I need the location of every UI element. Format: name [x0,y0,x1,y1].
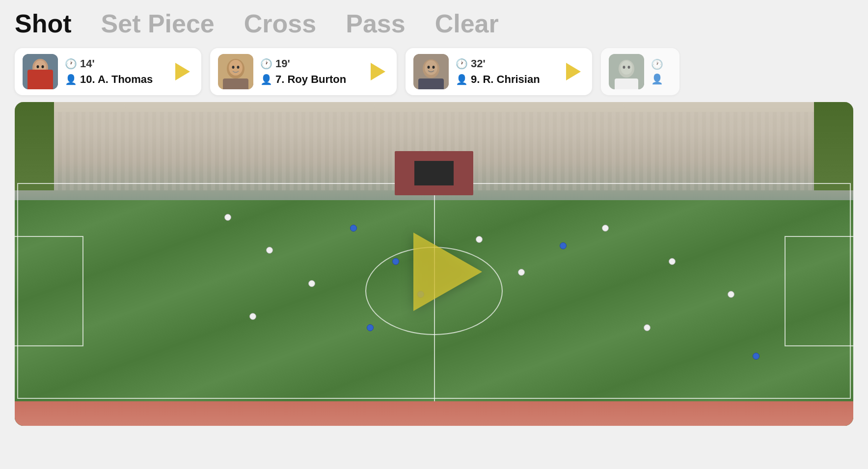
event-time-1: 🕐 14' [65,57,165,70]
play-overlay[interactable] [413,233,482,311]
person-icon-3: 👤 [456,74,468,85]
svg-point-3 [34,60,46,74]
nav-clear[interactable]: Clear [435,9,499,38]
svg-point-9 [232,66,235,69]
avatar-3 [413,54,449,89]
event-time-2: 🕐 19' [260,57,360,70]
nav-shot[interactable]: Shot [15,9,72,38]
svg-point-20 [621,61,632,75]
player-blue-4 [367,324,374,331]
nav-pass[interactable]: Pass [346,9,405,38]
nav-cross[interactable]: Cross [244,9,316,38]
player-name-3: 9. R. Chrisian [471,73,540,86]
svg-rect-2 [28,76,52,89]
event-type-nav: Shot Set Piece Cross Pass Clear [0,0,868,43]
svg-rect-23 [615,78,638,89]
svg-point-15 [428,66,430,69]
play-icon-1 [175,63,190,80]
trees-right [814,102,853,190]
svg-point-8 [229,60,243,76]
clock-icon-3: 🕐 [456,58,468,70]
player-white-8 [669,258,676,265]
player-name-1: 10. A. Thomas [80,73,153,86]
event-player-4: 👤 [651,73,672,85]
play-overlay-icon [413,233,482,311]
clock-icon-4: 🕐 [651,58,663,70]
player-blue-2 [392,258,399,265]
event-cards-row: 🕐 14' 👤 10. A. Thomas [0,43,868,102]
trees-left [15,102,54,190]
clock-icon-1: 🕐 [65,58,77,70]
svg-point-16 [433,66,435,69]
event-card-2[interactable]: 🕐 19' 👤 7. Roy Burton [210,48,397,95]
event-player-3: 👤 9. R. Chrisian [456,73,556,86]
avatar-1 [23,54,58,89]
building-window [414,161,454,185]
play-button-1[interactable] [172,61,193,82]
event-time-4: 🕐 [651,58,672,70]
event-info-4: 🕐 👤 [651,58,672,85]
time-value-2: 19' [275,57,290,70]
event-info-2: 🕐 19' 👤 7. Roy Burton [260,57,360,86]
person-icon-4: 👤 [651,73,663,85]
svg-point-10 [237,66,240,69]
svg-rect-11 [223,78,248,89]
player-white-7 [602,225,609,232]
svg-point-22 [628,66,630,69]
play-button-3[interactable] [563,61,584,82]
time-value-3: 32' [471,57,486,70]
player-white-10 [644,324,651,331]
player-white-9 [728,291,734,298]
event-player-1: 👤 10. A. Thomas [65,73,165,86]
player-name-2: 7. Roy Burton [275,73,346,86]
event-card-3[interactable]: 🕐 32' 👤 9. R. Chrisian [406,48,592,95]
play-icon-3 [566,63,581,80]
svg-point-5 [42,65,44,68]
event-info-1: 🕐 14' 👤 10. A. Thomas [65,57,165,86]
svg-point-14 [425,60,437,75]
avatar-2 [218,54,253,89]
player-white-3 [308,280,315,287]
svg-point-21 [623,66,625,69]
svg-rect-17 [418,78,444,89]
penalty-area-right [785,236,853,346]
penalty-area-left [15,236,83,346]
event-info-3: 🕐 32' 👤 9. R. Chrisian [456,57,556,86]
play-icon-2 [371,63,385,80]
player-white-6 [518,269,525,276]
event-card-1[interactable]: 🕐 14' 👤 10. A. Thomas [15,48,201,95]
person-icon-2: 👤 [260,74,272,85]
person-icon-1: 👤 [65,74,77,85]
nav-set-piece[interactable]: Set Piece [101,9,215,38]
svg-point-4 [37,65,39,68]
clock-icon-2: 🕐 [260,58,272,70]
event-card-4[interactable]: 🕐 👤 [601,48,679,95]
time-value-1: 14' [80,57,95,70]
running-track [15,401,853,426]
avatar-4 [609,54,644,89]
field-background [15,102,853,426]
event-time-3: 🕐 32' [456,57,556,70]
play-button-2[interactable] [367,61,389,82]
event-player-2: 👤 7. Roy Burton [260,73,360,86]
player-blue-6 [753,353,760,360]
player-white-1 [224,214,231,221]
video-player[interactable] [15,102,853,426]
center-building [395,151,473,195]
